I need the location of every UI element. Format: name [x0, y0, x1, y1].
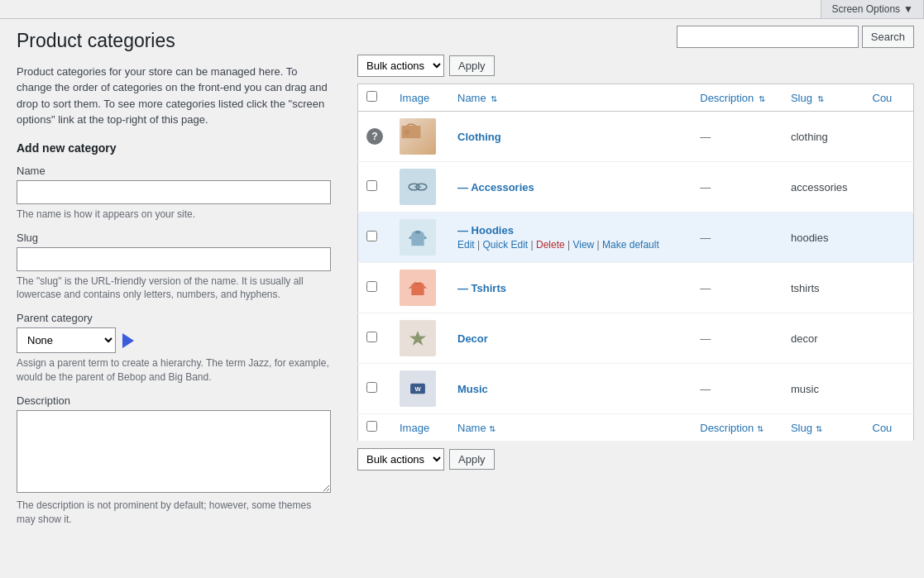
top-bulk-bar: Bulk actions Apply: [357, 55, 914, 77]
col-header-count[interactable]: Cou: [864, 84, 914, 112]
description-dash: —: [700, 131, 711, 143]
row-name: — Hoodies Edit | Quick Edit | Delete | V…: [449, 213, 692, 263]
quick-edit-action-link[interactable]: Quick Edit: [482, 239, 528, 251]
col-header-cb: [358, 84, 392, 112]
slug-field-group: Slug The "slug" is the URL-friendly vers…: [17, 232, 331, 303]
row-cb: [358, 263, 392, 313]
row-description: —: [692, 313, 783, 364]
description-dash: —: [700, 181, 711, 193]
description-field-group: Description The description is not promi…: [17, 394, 331, 527]
col-header-slug[interactable]: Slug ⇅: [783, 84, 864, 112]
name-field-group: Name The name is how it appears on your …: [17, 165, 331, 222]
col-image-label: Image: [400, 92, 429, 104]
description-dash: —: [700, 332, 711, 345]
slug-input[interactable]: [17, 247, 331, 271]
bottom-bulk-actions-select[interactable]: Bulk actions: [357, 448, 444, 471]
bottom-apply-button[interactable]: Apply: [449, 449, 495, 470]
category-name-link[interactable]: — Hoodies: [457, 224, 514, 236]
table-header: Image Name ⇅ Description ⇅ Slug ⇅: [358, 84, 914, 112]
row-count: [864, 112, 914, 162]
footer-header-row: Image Name ⇅ Description ⇅ Slug ⇅ Cou: [358, 414, 914, 442]
footer-desc-sort-icon: ⇅: [757, 424, 764, 433]
description-sort-icon: ⇅: [759, 94, 765, 103]
name-sort-icon: ⇅: [491, 94, 497, 103]
edit-action-link[interactable]: Edit: [457, 239, 475, 251]
tshirts-image: [400, 270, 436, 306]
search-button[interactable]: Search: [862, 26, 914, 48]
col-header-image[interactable]: Image: [391, 84, 449, 112]
top-apply-button[interactable]: Apply: [449, 55, 495, 76]
tshirts-svg: [406, 276, 429, 299]
footer-slug-sort-icon: ⇅: [816, 424, 822, 433]
row-image: [391, 313, 449, 364]
category-name-link[interactable]: — Accessories: [457, 181, 534, 193]
search-bar: Search: [357, 26, 914, 48]
slug-value: clothing: [791, 131, 828, 143]
footer-col-name: Name ⇅: [449, 414, 692, 442]
header-row: Image Name ⇅ Description ⇅ Slug ⇅: [358, 84, 914, 112]
slug-sort-icon: ⇅: [817, 94, 824, 103]
row-image: [391, 162, 449, 213]
row-count: [864, 313, 914, 364]
delete-action-link[interactable]: Delete: [536, 239, 565, 251]
row-image: [391, 263, 449, 313]
row-description: —: [692, 162, 783, 213]
description-textarea[interactable]: [17, 410, 331, 493]
category-name-link[interactable]: Music: [457, 383, 488, 395]
clothing-svg: [400, 118, 423, 141]
row-description: —: [692, 364, 783, 414]
row-slug: accessories: [783, 162, 864, 213]
col-name-label: Name: [457, 92, 486, 104]
description-label: Description: [17, 394, 331, 407]
row-checkbox[interactable]: [366, 332, 377, 342]
svg-point-5: [415, 231, 420, 234]
svg-rect-0: [402, 126, 421, 138]
row-checkbox[interactable]: [366, 281, 377, 292]
footer-select-all-checkbox[interactable]: [366, 421, 377, 432]
col-description-label: Description: [700, 92, 754, 104]
category-name-link[interactable]: — Tshirts: [457, 282, 506, 294]
row-checkbox[interactable]: [366, 382, 377, 393]
decor-svg: [406, 327, 429, 350]
top-bulk-actions-select[interactable]: Bulk actions: [357, 55, 444, 77]
row-name: — Accessories: [449, 162, 692, 213]
col-slug-label: Slug: [791, 92, 812, 104]
slug-value: hoodies: [791, 232, 829, 244]
main-wrap: Product categories Product categories fo…: [0, 19, 924, 552]
make-default-action-link[interactable]: Make default: [602, 239, 659, 251]
row-count: [864, 213, 914, 263]
view-action-link[interactable]: View: [572, 239, 594, 251]
screen-options-arrow: ▼: [903, 3, 913, 15]
slug-value: tshirts: [791, 282, 820, 294]
name-label: Name: [17, 165, 331, 177]
svg-text:W: W: [414, 385, 421, 393]
table-row: — Accessories — accessories: [358, 162, 914, 213]
row-count: [864, 263, 914, 313]
question-mark-icon: ?: [366, 128, 383, 145]
row-checkbox[interactable]: [366, 180, 377, 191]
parent-category-label: Parent category: [17, 312, 331, 324]
parent-category-select[interactable]: None: [17, 327, 116, 353]
accessories-svg: [406, 175, 429, 198]
slug-hint: The "slug" is the URL-friendly version o…: [17, 275, 331, 303]
right-panel: Search Bulk actions Apply Image: [347, 19, 924, 552]
row-checkbox[interactable]: [366, 231, 377, 241]
row-actions: Edit | Quick Edit | Delete | View | Make…: [457, 239, 683, 251]
parent-category-group: Parent category None Assign a parent ter…: [17, 312, 331, 385]
select-all-checkbox[interactable]: [366, 91, 377, 102]
row-image: [391, 213, 449, 263]
row-slug: decor: [783, 313, 864, 364]
categories-table: Image Name ⇅ Description ⇅ Slug ⇅: [357, 84, 914, 442]
row-name: Clothing: [449, 112, 692, 162]
category-name-link[interactable]: Decor: [457, 332, 488, 345]
name-input[interactable]: [17, 180, 331, 204]
row-name: Decor: [449, 313, 692, 364]
search-input[interactable]: [677, 26, 859, 48]
slug-label: Slug: [17, 232, 331, 244]
table-row: — Hoodies Edit | Quick Edit | Delete | V…: [358, 213, 914, 263]
category-name-link[interactable]: Clothing: [457, 131, 501, 143]
parent-select-wrap: None: [17, 327, 331, 353]
screen-options-button[interactable]: Screen Options ▼: [821, 0, 924, 18]
col-header-description[interactable]: Description ⇅: [692, 84, 783, 112]
col-header-name[interactable]: Name ⇅: [449, 84, 692, 112]
